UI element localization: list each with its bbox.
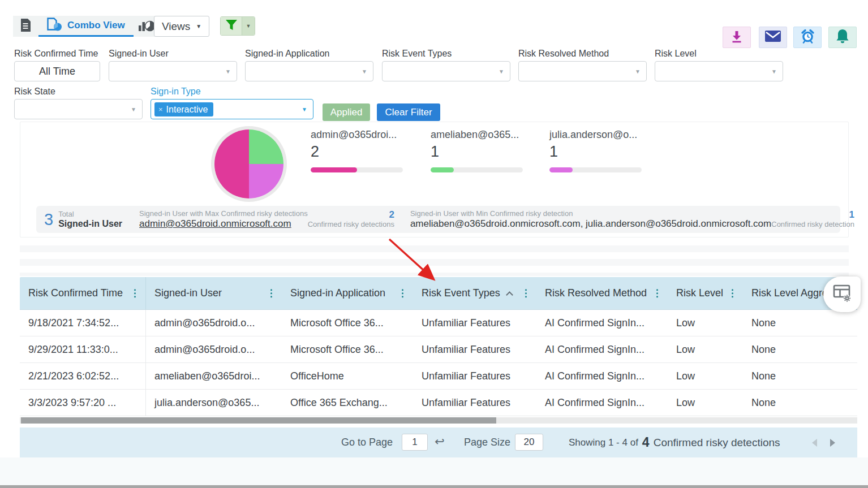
notifications-button[interactable] xyxy=(828,27,857,48)
filter-risk-confirmed-time: Risk Confirmed Time All Time xyxy=(14,49,100,81)
alarm-clock-icon xyxy=(800,29,815,46)
tab-report-view[interactable] xyxy=(13,16,38,37)
filter-label: Risk Resolved Method xyxy=(518,49,647,61)
applied-button[interactable]: Applied xyxy=(323,103,370,121)
table-row[interactable]: 9/18/2021 7:34:52... admin@o365droid.o..… xyxy=(20,310,857,336)
chevron-down-icon: ▼ xyxy=(499,68,504,75)
risk-resolved-method-select[interactable]: ▼ xyxy=(518,61,647,81)
filter-risk-level: Risk Level ▼ xyxy=(655,49,783,81)
next-page-icon[interactable] xyxy=(830,439,835,447)
risk-confirmed-time-button[interactable]: All Time xyxy=(14,61,100,81)
max-user-link[interactable]: admin@o365droid.onmicrosoft.com xyxy=(139,218,291,229)
chevron-down-icon: ▼ xyxy=(302,106,307,113)
showing-suffix: Confirmed risky detections xyxy=(654,437,780,449)
chevron-down-icon: ▼ xyxy=(196,23,201,29)
risk-level-select[interactable]: ▼ xyxy=(655,61,783,81)
column-header-risk-level[interactable]: Risk Level xyxy=(668,277,743,309)
bell-icon xyxy=(836,29,849,46)
cell: 3/3/2023 9:57:20 ... xyxy=(20,390,146,416)
chevron-down-icon: ▼ xyxy=(225,68,231,75)
document-icon xyxy=(20,19,31,34)
column-menu-icon[interactable] xyxy=(655,287,660,300)
cell: Low xyxy=(668,336,743,362)
email-button[interactable] xyxy=(759,27,787,48)
signed-in-user-select[interactable]: ▼ xyxy=(109,61,237,81)
page-bottom-area xyxy=(0,457,868,485)
clear-filter-button[interactable]: Clear Filter xyxy=(377,103,440,121)
sign-in-type-chip[interactable]: × Interactive xyxy=(154,102,213,116)
legend-item[interactable]: julia.anderson@o... 1 xyxy=(549,129,648,172)
alert-schedule-button[interactable] xyxy=(793,27,822,48)
column-header-risk-confirmed-time[interactable]: Risk Confirmed Time xyxy=(20,277,146,309)
mail-icon xyxy=(765,31,781,44)
chip-remove-icon[interactable]: × xyxy=(158,105,163,114)
signed-in-application-select[interactable]: ▼ xyxy=(245,61,373,81)
summary-bar: 3 Total Signed-in User Signed-in User wi… xyxy=(36,206,840,233)
filter-funnel-button[interactable] xyxy=(221,17,242,35)
table-row[interactable]: 2/21/2023 6:02:52... ameliaben@o365droi.… xyxy=(20,363,857,390)
column-menu-icon[interactable] xyxy=(269,287,274,300)
background-stripes xyxy=(20,239,849,276)
legend-bar-fill xyxy=(549,167,573,172)
summary-total: 3 Total Signed-in User xyxy=(36,210,131,229)
tab-combo-view[interactable]: Combo View xyxy=(38,16,134,37)
go-to-page-submit-icon[interactable]: ↩ xyxy=(435,435,445,448)
column-header-risk-event-types[interactable]: Risk Event Types xyxy=(413,277,536,309)
legend-value: 2 xyxy=(311,143,410,161)
legend-item[interactable]: ameliaben@o365... 1 xyxy=(431,129,530,172)
cell: Unfamiliar Features xyxy=(413,363,536,389)
cell: AI Confirmed SignIn... xyxy=(536,363,668,389)
column-header-risk-resolved-method[interactable]: Risk Resolved Method xyxy=(536,277,668,309)
chevron-down-icon: ▼ xyxy=(246,23,251,29)
scrollbar-thumb[interactable] xyxy=(21,417,496,424)
horizontal-scrollbar[interactable] xyxy=(20,417,857,424)
chevron-down-icon: ▼ xyxy=(362,68,367,75)
views-dropdown-button[interactable]: Views ▼ xyxy=(154,16,209,37)
column-menu-icon[interactable] xyxy=(400,287,406,300)
cell: None xyxy=(743,310,857,336)
legend-item[interactable]: admin@o365droi... 2 xyxy=(311,129,410,172)
cell: ameliaben@o365droi... xyxy=(146,363,282,389)
chevron-down-icon: ▼ xyxy=(131,106,136,113)
sign-in-type-select[interactable]: × Interactive ▼ xyxy=(151,99,313,119)
column-label: Risk Resolved Method xyxy=(545,287,647,299)
cell: AI Confirmed SignIn... xyxy=(536,310,668,336)
pie-chart[interactable] xyxy=(214,129,283,198)
cell: 9/18/2021 7:34:52... xyxy=(20,310,146,336)
risk-state-select[interactable]: ▼ xyxy=(14,99,143,119)
table-settings-icon xyxy=(833,284,852,304)
filter-dropdown-toggle[interactable]: ▼ xyxy=(242,17,255,35)
min-users: ameliaben@o365droid.onmicrosoft.com, jul… xyxy=(410,218,771,230)
min-count: 1 xyxy=(771,210,854,220)
column-menu-icon[interactable] xyxy=(523,287,529,300)
column-menu-icon[interactable] xyxy=(132,287,138,300)
column-header-signed-in-application[interactable]: Signed-in Application xyxy=(282,277,413,309)
download-button[interactable] xyxy=(723,27,751,48)
page-size-label: Page Size xyxy=(464,437,510,448)
column-label: Signed-in Application xyxy=(290,287,385,299)
cell: Low xyxy=(668,390,743,416)
total-caption: Total xyxy=(58,210,122,219)
table-row[interactable]: 9/29/2021 11:33:0... admin@o365droid.o..… xyxy=(20,336,857,363)
cell: Microsoft Office 36... xyxy=(282,310,413,336)
cell: AI Confirmed SignIn... xyxy=(536,390,668,416)
column-label: Risk Event Types xyxy=(422,287,500,299)
cell: admin@o365droid.o... xyxy=(146,336,282,362)
column-header-signed-in-user[interactable]: Signed-in User xyxy=(146,277,282,309)
filter-signed-in-user: Signed-in User ▼ xyxy=(109,49,237,81)
column-menu-icon[interactable] xyxy=(730,287,736,300)
bottom-edge-bar xyxy=(0,485,868,488)
chevron-down-icon: ▼ xyxy=(771,68,777,75)
go-to-page-input[interactable] xyxy=(402,434,428,451)
legend-bar-fill xyxy=(431,167,454,172)
column-chooser-button[interactable] xyxy=(823,277,861,312)
previous-page-icon[interactable] xyxy=(812,439,817,447)
legend-label: julia.anderson@o... xyxy=(549,129,648,141)
column-label: Risk Level Aggre xyxy=(751,287,828,299)
table-row[interactable]: 3/3/2023 9:57:20 ... julia.anderson@o365… xyxy=(20,390,857,416)
total-label: Signed-in User xyxy=(58,219,122,229)
cell: Microsoft Office 36... xyxy=(282,336,413,362)
risk-event-types-select[interactable]: ▼ xyxy=(382,61,510,81)
page-size-input[interactable] xyxy=(515,434,543,451)
legend-bar xyxy=(311,167,403,172)
